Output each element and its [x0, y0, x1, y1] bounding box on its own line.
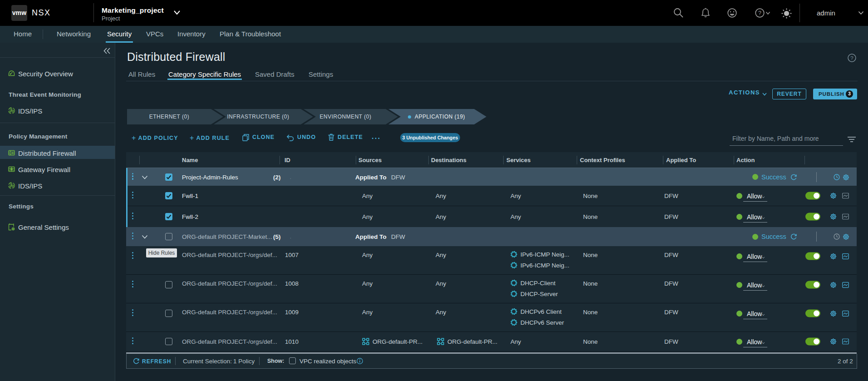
svg-text:?: ?: [758, 10, 761, 16]
svg-text:?: ?: [850, 55, 853, 61]
